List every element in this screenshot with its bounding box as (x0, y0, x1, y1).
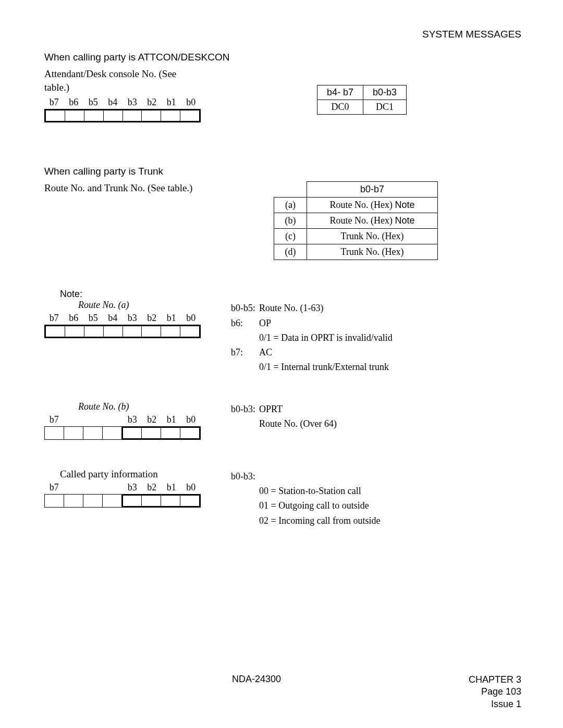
section1-desc-line1: Attendant/Desk console No. (See (44, 67, 201, 81)
trunk-table-header: b0-b7 (307, 182, 438, 198)
footer-page: Page 103 (469, 686, 521, 698)
byte-box-2 (44, 325, 201, 338)
note-label: Note: (60, 289, 216, 300)
called-title: Called party information (60, 468, 216, 480)
footer-doc: NDA-24300 (232, 674, 281, 685)
byte-box-4 (44, 494, 201, 508)
routeA-l4-k: b7: (230, 346, 258, 359)
bit-b5: b5 (83, 97, 103, 108)
bit-labels-3: b7 b3 b2 b1 b0 (44, 414, 201, 425)
dc-table-c2: DC1 (363, 100, 406, 115)
trunk-row-b-key: (b) (274, 213, 307, 229)
routeA-l1-v: Route No. (1-63) (259, 301, 395, 315)
dc-table-c1: DC0 (317, 100, 363, 115)
routeA-l5-v: 0/1 = Internal trunk/External trunk (259, 360, 395, 374)
routeB-l1-k: b0-b3: (230, 402, 258, 416)
route-b-title: Route No. (b) (78, 401, 216, 412)
trunk-table: b0-b7 (a) Route No. (Hex) Note (b) Route… (274, 181, 438, 260)
header-title: SYSTEM MESSAGES (44, 29, 521, 40)
trunk-row-b-val: Route No. (Hex) (329, 215, 395, 226)
footer-issue: Issue 1 (469, 698, 521, 710)
section2-title: When calling party is Trunk (44, 166, 521, 177)
bit-b4: b4 (103, 97, 123, 108)
routeA-l3-v: 0/1 = Data in OPRT is invalid/valid (259, 331, 395, 344)
called-l4: 02 = Incoming call from outside (259, 514, 383, 527)
dc-table: b4- b7 b0-b3 DC0 DC1 (317, 85, 407, 115)
byte-box-1 (44, 109, 201, 122)
routeB-l1-v: OPRT (259, 402, 339, 416)
called-l2: 00 = Station-to-Station call (259, 484, 383, 498)
section2-desc: Route No. and Trunk No. (See table.) (44, 181, 192, 195)
trunk-row-a-val: Route No. (Hex) (329, 200, 395, 210)
routeA-l2-v: OP (259, 316, 395, 330)
routeA-l2-k: b6: (230, 316, 258, 330)
dc-table-h2: b0-b3 (363, 85, 406, 100)
section1-desc-line2: table.) (44, 81, 201, 94)
routeA-l1-k: b0-b5: (230, 301, 258, 315)
bit-b2: b2 (142, 97, 162, 108)
bit-b1: b1 (162, 97, 181, 108)
called-l1-k: b0-b3: (230, 470, 258, 483)
route-a-title: Route No. (a) (78, 300, 216, 311)
called-l3: 01 = Outgoing call to outside (259, 499, 383, 512)
trunk-row-d-key: (d) (274, 244, 307, 260)
byte-box-3 (44, 426, 201, 440)
section1-title: When calling party is ATTCON/DESKCON (44, 52, 521, 63)
bit-labels-4: b7 b3 b2 b1 b0 (44, 482, 201, 493)
footer: NDA-24300 CHAPTER 3 Page 103 Issue 1 (44, 674, 521, 710)
bit-b6: b6 (64, 97, 84, 108)
trunk-row-b-note: Note (395, 215, 414, 226)
bit-labels-1: b7 b6 b5 b4 b3 b2 b1 b0 (44, 97, 201, 108)
trunk-row-d-val: Trunk No. (Hex) (341, 246, 404, 257)
dc-table-h1: b4- b7 (317, 85, 363, 100)
bit-b3: b3 (123, 97, 142, 108)
page: SYSTEM MESSAGES When calling party is AT… (0, 0, 563, 728)
bit-b0: b0 (181, 97, 201, 108)
trunk-row-c-val: Trunk No. (Hex) (341, 231, 404, 241)
bit-labels-2: b7 b6 b5 b4 b3 b2 b1 b0 (44, 313, 201, 324)
trunk-row-c-key: (c) (274, 229, 307, 244)
routeA-l4-v: AC (259, 346, 395, 359)
bit-b7: b7 (44, 97, 64, 108)
trunk-row-a-key: (a) (274, 198, 307, 213)
trunk-row-a-note: Note (395, 200, 414, 210)
routeB-l2-v: Route No. (Over 64) (259, 417, 339, 430)
footer-chapter: CHAPTER 3 (469, 674, 521, 686)
